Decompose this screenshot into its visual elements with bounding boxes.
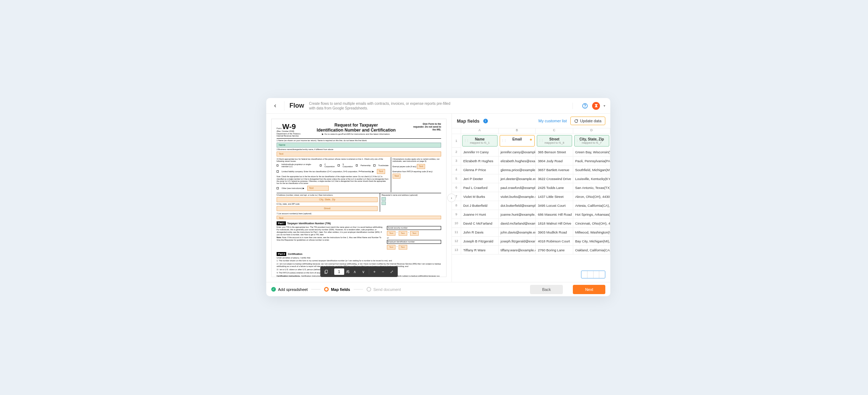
table-row[interactable]: 13Tiffany R Waretiffany.ware@example.em2… [452, 246, 610, 255]
pages-icon[interactable] [323, 268, 329, 275]
mini-pager[interactable] [581, 271, 605, 278]
field-header[interactable]: ⋮⋮City, State, Zipmapped to f1_7 [574, 135, 610, 147]
back-button[interactable]: Back [530, 285, 563, 294]
table-row[interactable]: 3Elizabeth R Hugheselizabeth.hughes@exam… [452, 157, 610, 165]
page-subtitle: Create flows to send multiple emails wit… [309, 101, 455, 111]
collapse-arrow-icon[interactable]: › [447, 194, 456, 202]
map-title: Map fields [457, 118, 480, 124]
page-title: Flow [289, 102, 304, 109]
brand-logo[interactable] [592, 102, 600, 110]
field-csz[interactable]: City, State, Zip [277, 197, 378, 202]
app-window: Flow Create flows to send multiple email… [266, 98, 610, 296]
svg-point-1 [585, 107, 585, 107]
back-icon[interactable] [271, 102, 279, 110]
field-name[interactable]: Name [277, 143, 441, 148]
table-row[interactable]: 12Joseph B Fitzgeraldjoseph.fitzgerald@e… [452, 237, 610, 246]
field-street[interactable]: Street [277, 206, 378, 211]
update-data-button[interactable]: Update data [570, 117, 605, 125]
data-grid: A B C D 1⋮⋮Namemapped to f1_1⋮⋮Email★⋮⋮S… [452, 128, 610, 282]
page-total: /6 [346, 270, 349, 274]
w9-title: W-9 [282, 122, 296, 130]
table-row[interactable]: 8Dot J Butterfielddot.butterfield@exampl… [452, 201, 610, 210]
document-panel: Form W-9 (Rev. October 2018) Department … [266, 114, 452, 282]
zoom-out-icon[interactable]: − [380, 268, 386, 275]
field-header[interactable]: ⋮⋮Email★ [500, 135, 535, 147]
page-up-icon[interactable]: ∧ [352, 268, 358, 275]
help-icon[interactable] [581, 102, 589, 109]
titlebar: Flow Create flows to send multiple email… [266, 98, 610, 114]
step-send-document: Send document [367, 287, 401, 292]
info-icon[interactable]: i [483, 119, 488, 123]
chevron-down-icon[interactable]: ▾ [604, 104, 605, 108]
w9-document: Form W-9 (Rev. October 2018) Department … [271, 119, 446, 277]
column-letters: A B C D [452, 128, 610, 134]
svg-rect-2 [325, 270, 328, 273]
pdf-toolbar: /6 ∧ ∨ + − ⤢ [320, 266, 398, 277]
form-label: Form [277, 127, 282, 129]
step-add-spreadsheet[interactable]: ✓Add spreadsheet [271, 287, 308, 292]
field-business[interactable]: Text [277, 152, 441, 157]
page-down-icon[interactable]: ∨ [360, 268, 367, 275]
field-header[interactable]: ⋮⋮Streetmapped to f1_8 [537, 135, 572, 147]
step-map-fields[interactable]: Map fields [324, 287, 350, 292]
table-row[interactable]: 10David C McFarlanddavid.mcfarland@examp… [452, 219, 610, 228]
page-input[interactable] [334, 268, 344, 275]
table-row[interactable]: 5Jeri P Deeterjeri.deeter@example.em3622… [452, 174, 610, 183]
table-row[interactable]: 6Paul L Crawfordpaul.crawford@example.em… [452, 183, 610, 192]
map-panel: Map fields i My customer list Update dat… [452, 114, 610, 282]
fullscreen-icon[interactable]: ⤢ [388, 268, 395, 275]
customer-list-link[interactable]: My customer list [539, 119, 567, 123]
next-button[interactable]: Next [573, 285, 605, 294]
zoom-in-icon[interactable]: + [371, 268, 378, 275]
table-row[interactable]: 7Violet M Burksviolet.burks@example.em14… [452, 192, 610, 201]
field-header[interactable]: ⋮⋮Namemapped to f1_1 [462, 135, 498, 147]
footer: ✓Add spreadsheet Map fields Send documen… [266, 282, 610, 296]
table-row[interactable]: 9Joanne H Huntjoanne.hunt@example.em686 … [452, 210, 610, 219]
table-row[interactable]: 2Jennifer H Careyjennifer.carey@example.… [452, 148, 610, 157]
table-row[interactable]: 4Glenna P Priceglenna.price@example.em36… [452, 165, 610, 174]
table-row[interactable]: 11John R Davisjohn.davis@example.em3903 … [452, 228, 610, 237]
